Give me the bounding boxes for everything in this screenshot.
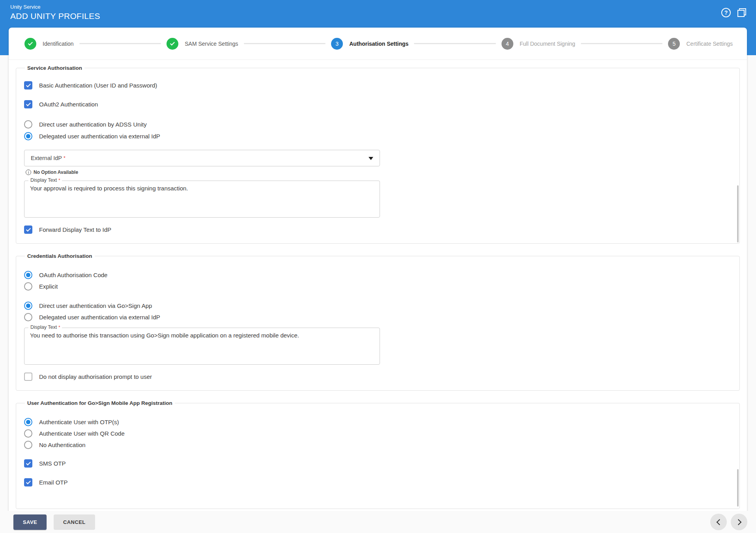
explicit-row: Explicit — [24, 282, 732, 291]
direct-gosign-radio[interactable] — [24, 302, 32, 310]
step-label: Full Document Signing — [520, 41, 575, 47]
display-text-field-2: Display Text* You need to authorise this… — [24, 328, 380, 365]
step-complete-icon — [24, 38, 36, 50]
step-label: Identification — [43, 41, 74, 47]
step-identification[interactable]: Identification — [24, 38, 74, 50]
app-bar: Unity Service ADD UNITY PROFILES — [0, 0, 756, 28]
direct-gosign-label: Direct user authentication via Go>Sign A… — [39, 302, 152, 309]
step-authorisation-settings[interactable]: 3 Authorisation Settings — [331, 38, 408, 50]
qr-auth-radio[interactable] — [24, 429, 32, 438]
gosign-registration-group: User Authentication for Go>Sign Mobile A… — [16, 400, 740, 509]
display-text-input-2[interactable]: You need to authorise this transaction u… — [30, 332, 374, 359]
radio-dot — [26, 273, 30, 277]
required-marker: * — [64, 155, 65, 161]
radio-dot — [26, 304, 30, 308]
qr-auth-row: Authenticate User with QR Code — [24, 429, 732, 438]
delegated-user-label: Delegated user authentication via extern… — [39, 133, 160, 140]
display-text-field: Display Text* Your approval is required … — [24, 181, 380, 218]
check-icon — [26, 479, 30, 484]
group-legend: Credentials Authorisation — [25, 253, 95, 259]
basic-auth-row: Basic Authentication (User ID and Passwo… — [24, 81, 732, 89]
direct-gosign-row: Direct user authentication via Go>Sign A… — [24, 302, 732, 310]
service-authorisation-group: Service Authorisation Basic Authenticati… — [16, 65, 740, 244]
previous-step-button[interactable] — [710, 514, 727, 530]
oauth-code-radio[interactable] — [24, 271, 32, 279]
explicit-radio[interactable] — [24, 282, 32, 291]
sms-otp-checkbox[interactable] — [24, 459, 32, 468]
otp-auth-label: Authenticate User with OTP(s) — [39, 419, 119, 425]
duplicate-window-icon[interactable] — [737, 8, 747, 17]
email-otp-checkbox[interactable] — [24, 478, 32, 486]
forward-display-row: Forward Display Text to IdP — [24, 226, 732, 234]
delegated-user-row: Delegated user authentication via extern… — [24, 132, 732, 140]
radio-dot — [26, 420, 30, 424]
step-label: SAM Service Settings — [185, 41, 238, 47]
label-text: Display Text — [30, 324, 57, 330]
footer-bar: SAVE CANCEL — [0, 511, 756, 533]
form-content: Service Authorisation Basic Authenticati… — [9, 60, 747, 509]
explicit-label: Explicit — [39, 283, 58, 290]
save-button[interactable]: SAVE — [13, 514, 47, 530]
chevron-right-icon — [735, 519, 741, 525]
display-text-label: Display Text* — [28, 177, 62, 183]
delegated-idp-radio[interactable] — [24, 313, 32, 321]
wizard-stepper: Identification SAM Service Settings 3 Au… — [9, 28, 747, 60]
section-scrollbar[interactable] — [737, 185, 739, 242]
delegated-idp-label: Delegated user authentication via extern… — [39, 314, 160, 321]
check-icon — [26, 82, 30, 87]
check-icon — [26, 227, 30, 231]
step-full-document-signing[interactable]: 4 Full Document Signing — [502, 38, 575, 50]
cancel-button[interactable]: CANCEL — [54, 514, 95, 530]
sms-otp-row: SMS OTP — [24, 459, 732, 468]
step-number: 4 — [502, 38, 513, 50]
basic-auth-label: Basic Authentication (User ID and Passwo… — [39, 82, 157, 89]
step-connector — [414, 43, 496, 44]
step-certificate-settings[interactable]: 5 Certificate Settings — [668, 38, 733, 50]
step-number: 3 — [331, 38, 343, 50]
step-number: 5 — [668, 38, 680, 50]
otp-auth-row: Authenticate User with OTP(s) — [24, 418, 732, 426]
radio-dot — [26, 134, 30, 138]
required-marker: * — [58, 325, 60, 330]
oauth2-label: OAuth2 Authentication — [39, 101, 98, 108]
email-otp-row: Email OTP — [24, 478, 732, 486]
main-card: Identification SAM Service Settings 3 Au… — [9, 28, 747, 533]
direct-user-radio[interactable] — [24, 120, 32, 129]
oauth-code-row: OAuth Authorisation Code — [24, 271, 732, 279]
app-name: Unity Service — [10, 4, 746, 10]
no-prompt-checkbox[interactable] — [24, 373, 32, 381]
next-step-button[interactable] — [731, 514, 747, 530]
section-scrollbar[interactable] — [737, 469, 739, 507]
no-auth-row: No Authentication — [24, 441, 732, 449]
step-label: Certificate Settings — [686, 41, 733, 47]
chevron-down-icon — [369, 157, 373, 160]
forward-display-checkbox[interactable] — [24, 226, 32, 234]
sms-otp-label: SMS OTP — [39, 460, 66, 467]
appbar-icons — [721, 8, 747, 17]
step-connector — [79, 43, 161, 44]
step-sam-service-settings[interactable]: SAM Service Settings — [167, 38, 238, 50]
otp-auth-radio[interactable] — [24, 418, 32, 426]
step-label: Authorisation Settings — [349, 41, 408, 47]
check-icon — [26, 460, 30, 465]
step-connector — [581, 43, 663, 44]
qr-auth-label: Authenticate User with QR Code — [39, 430, 125, 437]
no-auth-radio[interactable] — [24, 441, 32, 449]
delegated-user-radio[interactable] — [24, 132, 32, 140]
display-text-input[interactable]: Your approval is required to process thi… — [30, 185, 374, 212]
external-idp-select[interactable]: External IdP * — [24, 150, 380, 166]
email-otp-label: Email OTP — [39, 479, 68, 486]
oauth-code-label: OAuth Authorisation Code — [39, 272, 107, 278]
basic-auth-checkbox[interactable] — [24, 81, 32, 89]
info-icon — [26, 170, 31, 175]
oauth2-row: OAuth2 Authentication — [24, 100, 732, 108]
direct-user-label: Direct user authentication by ADSS Unity — [39, 121, 147, 128]
direct-user-row: Direct user authentication by ADSS Unity — [24, 120, 732, 129]
check-icon — [170, 41, 175, 45]
group-legend: User Authentication for Go>Sign Mobile A… — [25, 400, 175, 406]
hint-text: No Option Available — [34, 170, 78, 175]
help-icon[interactable] — [721, 8, 731, 17]
chevron-left-icon — [716, 519, 722, 525]
oauth2-checkbox[interactable] — [24, 100, 32, 108]
required-marker: * — [58, 178, 60, 183]
